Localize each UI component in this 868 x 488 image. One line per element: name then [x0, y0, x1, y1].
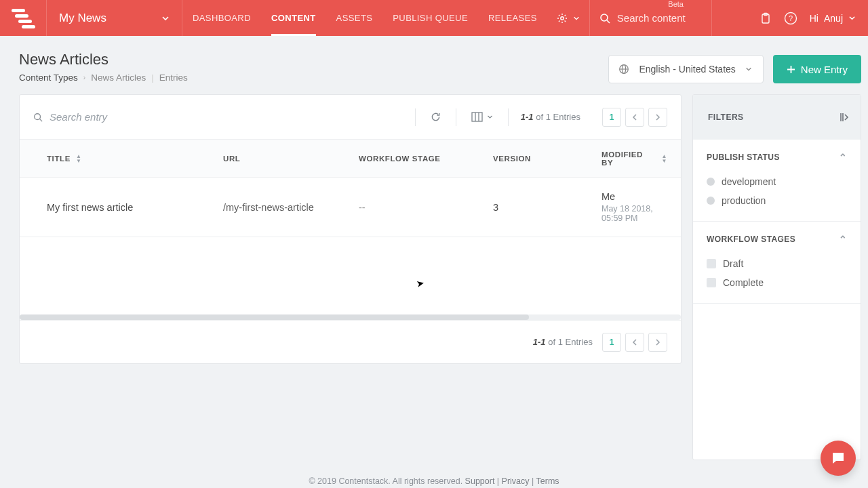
entries-panel: 1-1 of 1 Entries 1 TITLE ▲▼ — [19, 94, 682, 364]
page-actions: English - United States New Entry — [608, 55, 861, 83]
chevron-up-icon: ⌃ — [839, 152, 847, 163]
col-workflow-stage[interactable]: WORKFLOW STAGE — [359, 155, 493, 163]
page-current[interactable]: 1 — [602, 108, 621, 127]
svg-line-6 — [607, 20, 610, 23]
filter-option-production[interactable]: production — [707, 191, 847, 210]
collapse-right-icon — [839, 112, 850, 123]
page-next[interactable] — [648, 333, 667, 352]
footer-privacy-link[interactable]: Privacy — [502, 476, 530, 486]
list-toolbar: 1-1 of 1 Entries 1 — [20, 95, 681, 140]
chevron-down-icon — [487, 114, 493, 120]
refresh-button[interactable] — [428, 109, 443, 125]
header-right: ? Hi Anuj — [747, 0, 868, 36]
page-header-row: News Articles Content Types › News Artic… — [0, 36, 868, 83]
sort-icon: ▲▼ — [76, 154, 82, 163]
svg-point-14 — [35, 113, 41, 119]
nav-releases[interactable]: RELEASES — [478, 0, 547, 36]
pagination-info-footer: 1-1 of 1 Entries — [533, 337, 593, 347]
filter-section-toggle[interactable]: PUBLISH STATUS ⌃ — [707, 152, 847, 163]
search-icon — [33, 113, 43, 122]
footer-terms-link[interactable]: Terms — [536, 476, 559, 486]
page-title: News Articles — [19, 51, 188, 68]
col-url[interactable]: URL — [223, 155, 359, 163]
filter-publish-status: PUBLISH STATUS ⌃ development production — [693, 140, 861, 222]
stack-name: My News — [59, 12, 106, 25]
footer-support-link[interactable]: Support — [465, 476, 495, 486]
filter-section-toggle[interactable]: WORKFLOW STAGES ⌃ — [707, 234, 847, 245]
scroll-thumb[interactable] — [20, 314, 529, 320]
filter-option-draft[interactable]: Draft — [707, 254, 847, 273]
col-modified-by[interactable]: MODIFIED BY ▲▼ — [601, 150, 667, 167]
plus-icon — [787, 65, 795, 74]
brand-logo[interactable] — [0, 0, 46, 36]
page-prev[interactable] — [625, 108, 644, 127]
globe-icon — [618, 64, 629, 75]
search-entry-input[interactable] — [50, 111, 253, 123]
clipboard-icon — [760, 12, 772, 24]
page-current[interactable]: 1 — [602, 333, 621, 352]
cell-title: My first news article — [47, 202, 223, 213]
pager: 1 — [602, 108, 667, 127]
svg-rect-1 — [15, 14, 28, 18]
separator: | — [151, 73, 154, 83]
nav-content[interactable]: CONTENT — [261, 0, 326, 36]
columns-button[interactable] — [469, 109, 496, 125]
chevron-down-icon — [745, 66, 752, 73]
table-row[interactable]: My first news article /my-first-news-art… — [20, 178, 681, 237]
filters-panel: FILTERS PUBLISH STATUS ⌃ development pro — [692, 94, 861, 460]
svg-point-5 — [601, 14, 608, 21]
sort-icon: ▲▼ — [661, 154, 667, 163]
svg-text:?: ? — [789, 14, 793, 22]
filters-title: FILTERS — [708, 113, 744, 122]
crumb-leaf: Entries — [159, 73, 188, 83]
filter-option-complete[interactable]: Complete — [707, 273, 847, 292]
beta-badge: Beta — [668, 0, 684, 8]
table-empty-area — [20, 237, 681, 320]
nav-settings[interactable] — [547, 0, 590, 36]
nav-assets[interactable]: ASSETS — [326, 0, 383, 36]
cell-url: /my-first-news-article — [223, 202, 359, 213]
chevron-right-icon: › — [83, 74, 85, 81]
page-next[interactable] — [648, 108, 667, 127]
svg-rect-16 — [472, 113, 482, 121]
new-entry-button[interactable]: New Entry — [773, 55, 861, 83]
cell-version: 3 — [493, 202, 601, 213]
horizontal-scrollbar[interactable] — [20, 314, 681, 320]
svg-rect-0 — [12, 9, 25, 12]
crumb-mid[interactable]: News Articles — [91, 73, 146, 83]
page-of: of 1 Entries — [536, 112, 580, 122]
user-menu[interactable]: Hi Anuj — [810, 13, 856, 24]
search-icon — [599, 13, 610, 24]
chevron-right-icon — [655, 339, 660, 346]
page-range: 1-1 — [521, 112, 534, 122]
stack-selector[interactable]: My News — [46, 0, 182, 36]
nav-publish-queue[interactable]: PUBLISH QUEUE — [382, 0, 478, 36]
app-header: Beta My News DASHBOARD CONTENT ASSETS PU… — [0, 0, 868, 36]
help-icon: ? — [784, 12, 797, 25]
main-area: 1-1 of 1 Entries 1 TITLE ▲▼ — [0, 83, 868, 460]
svg-point-4 — [561, 16, 564, 19]
gear-icon — [557, 13, 568, 24]
crumb-root[interactable]: Content Types — [19, 73, 78, 83]
col-version[interactable]: VERSION — [493, 155, 601, 163]
global-search[interactable]: Search content — [590, 0, 712, 36]
svg-rect-2 — [18, 20, 32, 23]
status-dot-icon — [707, 178, 715, 186]
filter-option-development[interactable]: development — [707, 172, 847, 191]
table-footer: 1-1 of 1 Entries 1 — [20, 320, 681, 363]
page-prev[interactable] — [625, 333, 644, 352]
language-picker[interactable]: English - United States — [608, 55, 763, 83]
svg-rect-3 — [22, 25, 35, 28]
main-nav: DASHBOARD CONTENT ASSETS PUBLISH QUEUE R… — [182, 0, 547, 36]
col-title[interactable]: TITLE ▲▼ — [47, 154, 223, 163]
chat-launcher[interactable] — [821, 441, 856, 476]
pagination-info: 1-1 of 1 Entries — [521, 112, 580, 122]
filters-collapse-button[interactable] — [839, 112, 850, 123]
clipboard-button[interactable] — [760, 12, 772, 24]
entry-search — [33, 111, 415, 123]
help-button[interactable]: ? — [784, 12, 797, 25]
chevron-down-icon — [161, 14, 170, 22]
toolbar-controls: 1-1 of 1 Entries 1 — [415, 108, 667, 127]
nav-dashboard[interactable]: DASHBOARD — [182, 0, 261, 36]
chevron-down-icon — [573, 15, 580, 22]
